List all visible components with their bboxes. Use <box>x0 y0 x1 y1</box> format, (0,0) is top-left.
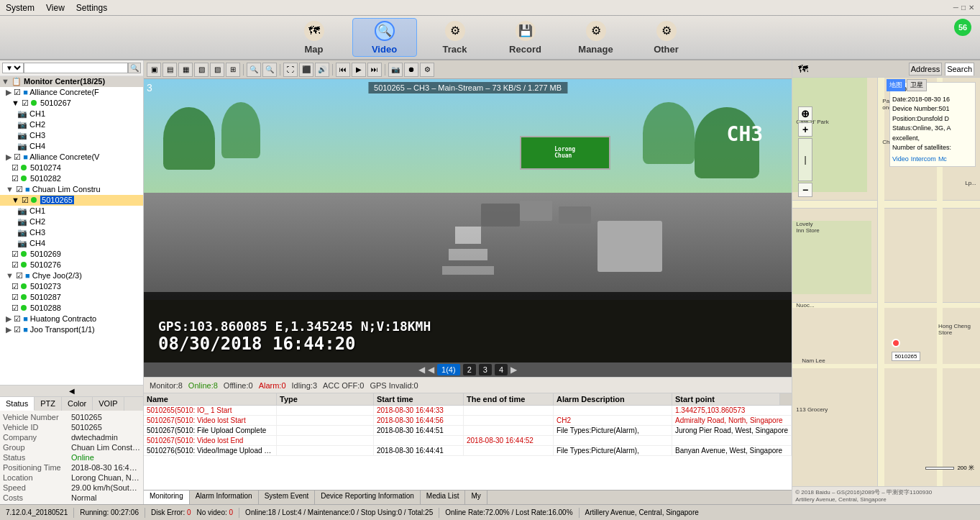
info-tab-color[interactable]: Color <box>62 397 93 411</box>
video-nav-first[interactable]: ◀ <box>428 365 434 375</box>
tree-ch-5010265-ch4[interactable]: 📷 CH4 <box>0 238 143 249</box>
tree-vehicle-5010287[interactable]: ☑ 5010287 <box>0 292 143 303</box>
video-tab-1[interactable]: 1(4) <box>437 364 460 375</box>
tree-vehicle-5010265[interactable]: ▼ ☑ 5010265 <box>0 195 143 206</box>
video-tab-2[interactable]: 2 <box>463 364 476 375</box>
tree-group-huatong[interactable]: ▶ ☑ ■ Huatong Contracto <box>0 314 143 324</box>
tb-play[interactable]: ▶ <box>352 63 366 77</box>
tb-9view[interactable]: ⊞ <box>226 63 240 77</box>
event-row-2[interactable]: 5010267(5010: File Upload Complete 2018-… <box>144 426 792 436</box>
map-zoom-out-btn[interactable]: − <box>798 183 812 197</box>
tree-vehicle-5010288[interactable]: ☑ 5010288 <box>0 303 143 314</box>
tree-vehicle-5010267[interactable]: ▼ ☑ 5010267 <box>0 98 143 109</box>
info-tab-ptz[interactable]: PTZ <box>35 397 62 411</box>
tree-ch-5010267-ch4[interactable]: 📷 CH4 <box>0 141 143 152</box>
tree-group-joo[interactable]: ▶ ☑ ■ Joo Transport(1/1) <box>0 324 143 335</box>
video-tab-3[interactable]: 3 <box>479 364 492 375</box>
video-nav-prev[interactable]: ◀ <box>418 365 425 375</box>
map-link-video[interactable]: Video <box>892 155 909 165</box>
event-row-4[interactable]: 5010276(5010: Video/Image Upload Notific… <box>144 446 792 456</box>
tb-prev[interactable]: ⏮ <box>336 63 350 77</box>
tree-ch-5010265-ch2[interactable]: 📷 CH2 <box>0 216 143 227</box>
map-view[interactable]: Cafe 'd' Park Lp... LovelyInn Store Nuoc… <box>792 78 980 486</box>
nav-other[interactable]: ⚙ Other <box>634 18 699 57</box>
map-link-intercom[interactable]: Intercom <box>911 155 936 165</box>
map-tab-search[interactable]: Search <box>945 63 974 76</box>
sidebar-search-button[interactable]: 🔍 <box>128 63 141 73</box>
tree-vehicle-5010274[interactable]: ☑ 5010274 <box>0 163 143 173</box>
tb-single-view[interactable]: ▣ <box>147 63 161 77</box>
tb-8view[interactable]: ▨ <box>210 63 224 77</box>
window-close[interactable]: ✕ <box>968 4 974 12</box>
tree-vehicle-5010276[interactable]: ☑ 5010276 <box>0 260 143 270</box>
vehicle-map-marker[interactable] <box>892 339 900 347</box>
tb-record-local[interactable]: ⏺ <box>404 63 418 77</box>
window-restore[interactable]: □ <box>961 4 966 12</box>
map-link-mc[interactable]: Mc <box>938 155 947 165</box>
map-type-satellite[interactable]: 卫星 <box>907 79 927 91</box>
nav-video[interactable]: 🔍 Video <box>352 18 417 57</box>
window-minimize[interactable]: ─ <box>953 4 958 12</box>
menu-system[interactable]: System <box>6 3 35 13</box>
info-tab-voip[interactable]: VOIP <box>93 397 124 411</box>
sidebar-search-input[interactable] <box>24 63 128 73</box>
tree-vehicle-5010269[interactable]: ☑ 5010269 <box>0 249 143 260</box>
map-zoom-slider[interactable]: | <box>798 138 812 181</box>
info-row-location: Location Lorong Chuan, North <box>3 473 140 483</box>
tb-settings2[interactable]: ⚙ <box>420 63 434 77</box>
nav-map[interactable]: 🗺 Map <box>282 18 347 57</box>
etab-device[interactable]: Device Reporting Information <box>315 491 421 504</box>
event-row-0[interactable]: 5010265(5010: IO_ 1 Start 2018-08-30 16:… <box>144 406 792 416</box>
tb-screenshot[interactable]: 📷 <box>388 63 403 77</box>
map-scale: 200 米 <box>925 464 974 472</box>
tb-next[interactable]: ⏭ <box>367 63 382 77</box>
tree-group-monitor[interactable]: ▼ 📋 Monitor Center(18/25) <box>0 76 143 87</box>
events-scroll[interactable] <box>780 393 792 405</box>
tree-ch-5010267-ch3[interactable]: 📷 CH3 <box>0 130 143 141</box>
tree-ch-5010267-ch2[interactable]: 📷 CH2 <box>0 119 143 130</box>
tree-group-chyejoo[interactable]: ▼ ☑ ■ Chye Joo(2/3) <box>0 270 143 281</box>
tree-ch-5010265-ch3[interactable]: 📷 CH3 <box>0 227 143 238</box>
tb-aspect[interactable]: ⬛ <box>299 63 313 77</box>
tree-ch-5010267-ch1[interactable]: 📷 CH1 <box>0 109 143 119</box>
tree-ch-5010265-ch1[interactable]: 📷 CH1 <box>0 206 143 216</box>
tb-zoom-out[interactable]: 🔍 <box>262 63 277 77</box>
nav-track[interactable]: ⚙ Track <box>423 18 487 57</box>
map-type-map[interactable]: 地图 <box>887 79 905 91</box>
nav-record[interactable]: 💾 Record <box>493 18 558 57</box>
map-zoom-in-btn[interactable]: + <box>798 122 812 137</box>
video-nav-next[interactable]: ▶ <box>510 365 517 375</box>
info-tab-status[interactable]: Status <box>0 397 35 411</box>
sidebar-scroll-left[interactable]: ◀ <box>0 385 143 396</box>
video-tab-4[interactable]: 4 <box>495 364 508 375</box>
video-gps-overlay: GPS:103.860085 E,1.345245 N;V:18KMH <box>158 319 431 334</box>
etab-media[interactable]: Media List <box>421 491 466 504</box>
etab-alarm[interactable]: Alarm Information <box>190 491 259 504</box>
tb-zoom-in[interactable]: 🔍 <box>247 63 261 77</box>
col-type: Type <box>277 393 374 405</box>
tb-quad-view[interactable]: ▦ <box>178 63 193 77</box>
tree-group-chuan[interactable]: ▼ ☑ ■ Chuan Lim Constru <box>0 184 143 195</box>
tb-6view[interactable]: ▧ <box>194 63 209 77</box>
etab-monitoring[interactable]: Monitoring <box>144 491 190 504</box>
event-row-1[interactable]: 5010267(5010: Video lost Start 2018-08-3… <box>144 416 792 426</box>
nav-manage[interactable]: ⚙ Manage <box>564 18 628 57</box>
etab-my[interactable]: My <box>465 491 487 504</box>
info-row-vehicle-id: Vehicle ID 5010265 <box>3 422 140 432</box>
tree-vehicle-5010282[interactable]: ☑ 5010282 <box>0 173 143 184</box>
info-row-speed: Speed 29.00 km/h(Southeas <box>3 483 140 493</box>
map-label-nuoc: Nuoc... <box>796 302 814 309</box>
tree-vehicle-5010273[interactable]: ☑ 5010273 <box>0 281 143 292</box>
tree-group-alliance1[interactable]: ▶ ☑ ■ Alliance Concrete(F <box>0 87 143 98</box>
event-row-3[interactable]: 5010267(5010: Video lost End 2018-08-30 … <box>144 436 792 446</box>
sidebar-filter-select[interactable]: ▼ <box>2 63 24 73</box>
tree-group-alliance2[interactable]: ▶ ☑ ■ Alliance Concrete(V <box>0 152 143 163</box>
map-tab-address[interactable]: Address <box>909 63 942 76</box>
tb-sound[interactable]: 🔊 <box>315 63 329 77</box>
map-navigate-btn[interactable]: ⊕ <box>798 106 812 121</box>
tb-dual-view[interactable]: ▤ <box>162 63 177 77</box>
tb-fullscreen[interactable]: ⛶ <box>283 63 298 77</box>
etab-system[interactable]: System Event <box>259 491 316 504</box>
menu-settings[interactable]: Settings <box>76 3 107 13</box>
menu-view[interactable]: View <box>46 3 65 13</box>
